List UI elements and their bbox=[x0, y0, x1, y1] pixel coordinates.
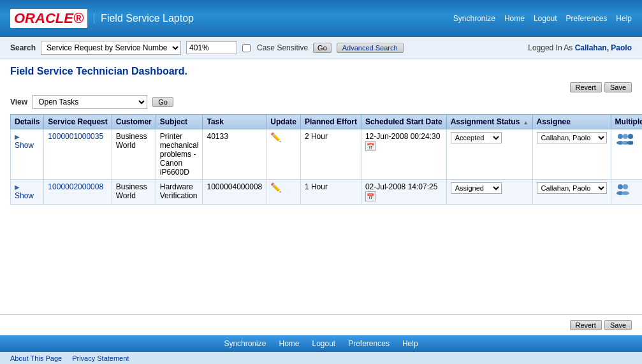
col-planned-effort: Planned Effort bbox=[300, 115, 361, 129]
multiple-assignments-icon-row1[interactable] bbox=[615, 132, 633, 145]
assignee-select-row1[interactable]: Callahan, Paolo bbox=[537, 132, 607, 143]
logo-area: ORACLE® Field Service Laptop bbox=[10, 9, 194, 28]
show-link-row2[interactable]: Show bbox=[15, 191, 34, 200]
bottom-nav-synchronize[interactable]: Synchronize bbox=[224, 339, 266, 348]
row1-service-request: 1000001000035 bbox=[44, 129, 112, 180]
row1-subject: Printer mechanical problems - Canon iP66… bbox=[156, 129, 203, 180]
row2-task: 1000004000008 bbox=[203, 180, 266, 205]
logged-in-user: Callahan, Paolo bbox=[575, 43, 632, 52]
col-scheduled-start-date: Scheduled Start Date bbox=[361, 115, 446, 129]
row1-details: ▶ Show bbox=[11, 129, 44, 180]
table-row: ▶ Show 1000001000035 Business World Prin… bbox=[11, 129, 643, 180]
calendar-icon-row1[interactable]: 📅 bbox=[365, 141, 376, 151]
row1-customer: Business World bbox=[112, 129, 156, 180]
row2-service-request: 1000002000008 bbox=[44, 180, 112, 205]
row1-multiple-assignments[interactable] bbox=[611, 129, 642, 180]
view-select[interactable]: Open Tasks All Tasks Closed Tasks bbox=[33, 95, 147, 109]
search-label: Search bbox=[10, 43, 36, 52]
row1-scheduled-start-date: 12-Jun-2008 00:24:30 📅 bbox=[361, 129, 446, 180]
col-update: Update bbox=[266, 115, 301, 129]
row1-task: 40133 bbox=[203, 129, 266, 180]
search-input[interactable] bbox=[186, 41, 237, 54]
col-subject: Subject bbox=[156, 115, 203, 129]
row2-details: ▶ Show bbox=[11, 180, 44, 205]
col-task: Task bbox=[203, 115, 266, 129]
view-go-button[interactable]: Go bbox=[152, 97, 173, 107]
top-action-buttons: Revert Save bbox=[10, 82, 632, 92]
case-sensitive-label: Case Sensitive bbox=[257, 43, 308, 52]
nav-home[interactable]: Home bbox=[504, 14, 525, 23]
expand-arrow-icon-2[interactable]: ▶ bbox=[15, 184, 20, 191]
main-content: Field Service Technician Dashboard. Reve… bbox=[0, 59, 642, 314]
row1-assignee: Callahan, Paolo bbox=[532, 129, 611, 180]
view-row: View Open Tasks All Tasks Closed Tasks G… bbox=[10, 95, 632, 109]
nav-synchronize[interactable]: Synchronize bbox=[453, 14, 495, 23]
row2-multiple-assignments[interactable] bbox=[611, 180, 642, 205]
data-table: Details Service Request Customer Subject… bbox=[10, 114, 642, 205]
edit-icon-row2[interactable]: ✏️ bbox=[270, 182, 281, 193]
search-go-button[interactable]: Go bbox=[313, 43, 332, 53]
advanced-search-button[interactable]: Advanced Search bbox=[337, 43, 404, 53]
col-details: Details bbox=[11, 115, 44, 129]
revert-button-bottom[interactable]: Revert bbox=[570, 320, 602, 330]
oracle-logo: ORACLE® bbox=[10, 9, 87, 28]
page-footer: About This Page Privacy Statement bbox=[0, 352, 642, 364]
row2-scheduled-start-date: 02-Jul-2008 14:07:25 📅 bbox=[361, 180, 446, 205]
logged-in-info: Logged In As Callahan, Paolo bbox=[528, 43, 632, 52]
service-request-link-row1[interactable]: 1000001000035 bbox=[48, 132, 103, 141]
row1-update[interactable]: ✏️ bbox=[266, 129, 301, 180]
save-button-top[interactable]: Save bbox=[604, 82, 632, 92]
svg-point-0 bbox=[618, 134, 623, 139]
bottom-nav-logout[interactable]: Logout bbox=[312, 339, 335, 348]
case-sensitive-checkbox[interactable] bbox=[242, 44, 251, 52]
row2-customer: Business World bbox=[112, 180, 156, 205]
sort-icon: ▲ bbox=[523, 120, 529, 126]
assignment-status-select-row2[interactable]: Accepted Assigned Working Completed bbox=[451, 182, 502, 194]
col-service-request: Service Request bbox=[44, 115, 112, 129]
app-title: Field Service Laptop bbox=[94, 13, 194, 24]
assignee-select-row2[interactable]: Callahan, Paolo bbox=[537, 182, 607, 194]
row2-update[interactable]: ✏️ bbox=[266, 180, 301, 205]
expand-arrow-icon[interactable]: ▶ bbox=[15, 133, 20, 140]
revert-button-top[interactable]: Revert bbox=[570, 82, 602, 92]
col-customer: Customer bbox=[112, 115, 156, 129]
nav-preferences[interactable]: Preferences bbox=[566, 14, 608, 23]
svg-point-8 bbox=[618, 184, 623, 189]
multiple-assignments-icon-row2[interactable] bbox=[615, 182, 633, 195]
save-button-bottom[interactable]: Save bbox=[604, 320, 632, 330]
privacy-statement-link[interactable]: Privacy Statement bbox=[72, 354, 129, 362]
header-nav: Synchronize Home Logout Preferences Help bbox=[453, 14, 632, 23]
col-assignee: Assignee bbox=[532, 115, 611, 129]
assignment-status-select-row1[interactable]: Accepted Assigned Working Completed bbox=[451, 132, 502, 143]
nav-help[interactable]: Help bbox=[616, 14, 632, 23]
search-type-dropdown[interactable]: Service Request by Service Number Servic… bbox=[41, 41, 181, 55]
row1-assignment-status: Accepted Assigned Working Completed bbox=[446, 129, 532, 180]
svg-point-1 bbox=[623, 134, 628, 139]
edit-icon-row1[interactable]: ✏️ bbox=[270, 132, 281, 142]
calendar-icon-row2[interactable]: 📅 bbox=[365, 191, 376, 201]
about-this-page-link[interactable]: About This Page bbox=[10, 354, 62, 362]
bottom-nav: Synchronize Home Logout Preferences Help bbox=[0, 335, 642, 352]
bottom-nav-help[interactable]: Help bbox=[402, 339, 418, 348]
bottom-nav-home[interactable]: Home bbox=[279, 339, 299, 348]
svg-point-2 bbox=[628, 134, 633, 139]
view-label: View bbox=[10, 98, 27, 106]
page-title: Field Service Technician Dashboard. bbox=[10, 66, 632, 77]
row2-planned-effort: 1 Hour bbox=[300, 180, 361, 205]
bottom-nav-preferences[interactable]: Preferences bbox=[348, 339, 390, 348]
table-row: ▶ Show 1000002000008 Business World Hard… bbox=[11, 180, 643, 205]
svg-point-9 bbox=[623, 184, 628, 189]
footer-buttons: Revert Save bbox=[0, 314, 642, 335]
search-bar: Search Service Request by Service Number… bbox=[0, 37, 642, 59]
row1-planned-effort: 2 Hour bbox=[300, 129, 361, 180]
svg-point-11 bbox=[622, 191, 629, 195]
row2-assignment-status: Accepted Assigned Working Completed bbox=[446, 180, 532, 205]
nav-logout[interactable]: Logout bbox=[534, 14, 557, 23]
show-link-row1[interactable]: Show bbox=[15, 141, 34, 150]
col-assignment-status[interactable]: Assignment Status ▲ bbox=[446, 115, 532, 129]
service-request-link-row2[interactable]: 1000002000008 bbox=[48, 182, 103, 191]
col-multiple-assignments: Multiple Assignments bbox=[611, 115, 642, 129]
row2-subject: Hardware Verification bbox=[156, 180, 203, 205]
row2-assignee: Callahan, Paolo bbox=[532, 180, 611, 205]
app-header: ORACLE® Field Service Laptop Synchronize… bbox=[0, 0, 642, 37]
